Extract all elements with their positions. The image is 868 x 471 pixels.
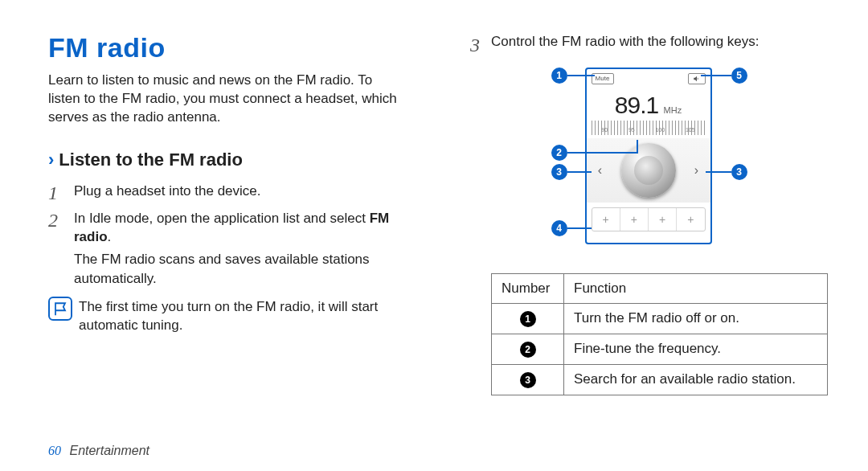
row-number-bullet: 1 bbox=[520, 311, 536, 327]
footer-section: Entertainment bbox=[69, 444, 149, 457]
note-icon bbox=[48, 297, 72, 321]
row-function-text: Turn the FM radio off or on. bbox=[564, 303, 828, 334]
chevron-right-icon: › bbox=[48, 149, 54, 170]
subheading-text: Listen to the FM radio bbox=[59, 149, 243, 170]
leader-line bbox=[706, 171, 731, 173]
leader-line bbox=[567, 152, 638, 154]
row-function-text: Search for an available radio station. bbox=[564, 364, 828, 395]
leader-line bbox=[567, 171, 592, 173]
leader-line bbox=[567, 227, 592, 229]
callout-2: 2 bbox=[551, 145, 567, 161]
step-1: 1 Plug a headset into the device. bbox=[48, 182, 406, 201]
page-footer: 60 Entertainment bbox=[48, 444, 149, 458]
leader-line bbox=[567, 75, 595, 76]
radio-diagram: Mute 89.1 MHz 90 95 100 bbox=[529, 68, 770, 260]
frequency-ruler[interactable]: 90 95 100 105 bbox=[592, 121, 706, 135]
preset-row: + + + + bbox=[592, 207, 706, 231]
frequency-unit: MHz bbox=[664, 105, 682, 115]
note-text: The first time you turn on the FM radio,… bbox=[79, 297, 406, 335]
tick-label: 100 bbox=[655, 127, 665, 133]
preset-slot[interactable]: + bbox=[648, 208, 676, 231]
table-header-number: Number bbox=[492, 273, 564, 303]
table-header-function: Function bbox=[564, 273, 828, 303]
mute-button[interactable]: Mute bbox=[592, 73, 614, 84]
step-2-subtext: The FM radio scans and saves available s… bbox=[74, 250, 406, 289]
table-row: 2 Fine-tune the frequency. bbox=[492, 334, 828, 364]
callout-3-right: 3 bbox=[731, 164, 747, 180]
footer-page-number: 60 bbox=[48, 444, 61, 457]
step-3-number: 3 bbox=[470, 32, 491, 59]
leader-line bbox=[701, 75, 731, 76]
page-title: FM radio bbox=[48, 32, 406, 63]
preset-slot[interactable]: + bbox=[676, 208, 704, 231]
subheading-row: › Listen to the FM radio bbox=[48, 149, 406, 170]
step-2-text-b: . bbox=[108, 229, 112, 244]
callout-5: 5 bbox=[731, 68, 747, 84]
table-row: 3 Search for an available radio station. bbox=[492, 364, 828, 395]
preset-slot[interactable]: + bbox=[620, 208, 648, 231]
intro-paragraph: Learn to listen to music and news on the… bbox=[48, 72, 406, 127]
speaker-icon bbox=[693, 75, 701, 83]
note-block: The first time you turn on the FM radio,… bbox=[48, 297, 406, 335]
callout-1: 1 bbox=[551, 68, 567, 84]
step-3-text: Control the FM radio with the following … bbox=[491, 32, 760, 59]
row-number-bullet: 3 bbox=[520, 372, 536, 388]
step-2: 2 In Idle mode, open the application lis… bbox=[48, 209, 406, 289]
scan-prev-button[interactable]: ‹ bbox=[593, 154, 608, 186]
radio-screenshot: Mute 89.1 MHz 90 95 100 bbox=[585, 68, 712, 244]
step-2-text-a: In Idle mode, open the application list … bbox=[74, 211, 370, 226]
leader-line bbox=[637, 140, 638, 154]
step-3: 3 Control the FM radio with the followin… bbox=[470, 32, 828, 59]
callout-3-left: 3 bbox=[551, 164, 567, 180]
row-function-text: Fine-tune the frequency. bbox=[564, 334, 828, 364]
tick-label: 105 bbox=[686, 127, 695, 133]
table-row: 1 Turn the FM radio off or on. bbox=[492, 303, 828, 334]
callout-4: 4 bbox=[551, 220, 567, 236]
scan-next-button[interactable]: › bbox=[690, 154, 704, 186]
step-2-number: 2 bbox=[48, 207, 58, 235]
step-1-text: Plug a headset into the device. bbox=[74, 183, 261, 199]
row-number-bullet: 2 bbox=[520, 342, 536, 358]
frequency-value: 89.1 bbox=[615, 92, 658, 119]
tick-label: 95 bbox=[628, 127, 635, 133]
step-1-number: 1 bbox=[48, 180, 58, 207]
preset-slot[interactable]: + bbox=[592, 208, 620, 231]
tick-label: 90 bbox=[601, 127, 608, 133]
function-table: Number Function 1 Turn the FM radio off … bbox=[491, 273, 828, 395]
